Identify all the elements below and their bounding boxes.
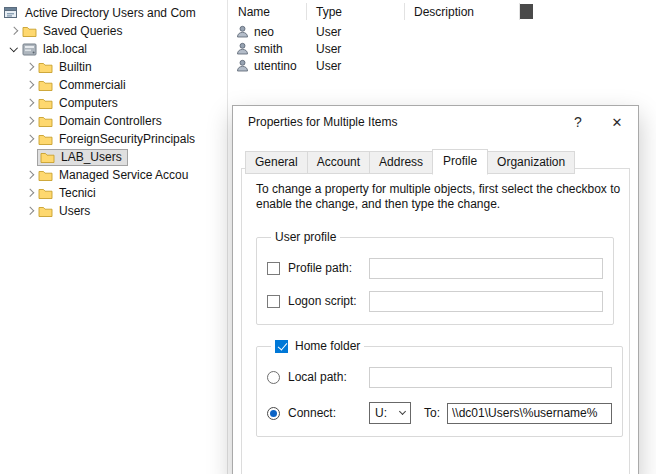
tab-description: To change a property for multiple object… <box>256 182 634 212</box>
folder-icon <box>21 24 37 39</box>
user-icon <box>236 42 250 56</box>
folder-icon <box>37 204 53 219</box>
user-type: User <box>316 59 341 73</box>
folder-icon <box>37 186 53 201</box>
dialog-title: Properties for Multiple Items <box>248 115 397 129</box>
close-button[interactable]: ✕ <box>596 106 638 138</box>
home-folder-checkbox[interactable] <box>275 340 288 353</box>
dialog-titlebar[interactable]: Properties for Multiple Items ? ✕ <box>233 106 638 138</box>
tree-item-users[interactable]: Users <box>0 202 227 220</box>
tree-selection-highlight: LAB_Users <box>37 149 128 166</box>
tree-item-label: LAB_Users <box>59 149 124 165</box>
tree-item-commerciali[interactable]: Commerciali <box>0 76 227 94</box>
folder-icon <box>37 114 53 129</box>
home-folder-group: Home folder Local path: Connect: U: To: <box>256 339 623 437</box>
drive-letter-select[interactable]: U: <box>369 402 411 424</box>
user-type: User <box>316 25 341 39</box>
directory-root-icon <box>3 6 19 21</box>
chevron-down-icon <box>399 408 406 415</box>
home-folder-label: Home folder <box>295 339 360 353</box>
logon-script-input[interactable] <box>369 291 603 312</box>
user-name: smith <box>254 42 283 56</box>
tree-item-label: Builtin <box>57 59 94 75</box>
chevron-right-icon[interactable] <box>22 166 37 184</box>
tab-account[interactable]: Account <box>307 151 370 174</box>
list-row-utentino[interactable]: utentino User <box>229 57 656 74</box>
drive-letter-value: U: <box>375 406 387 420</box>
help-button[interactable]: ? <box>560 106 596 138</box>
profile-tab-page: To change a property for multiple object… <box>241 168 630 474</box>
list-row-smith[interactable]: smith User <box>229 40 656 57</box>
chevron-right-icon[interactable] <box>22 202 37 220</box>
local-path-row: Local path: <box>267 366 612 388</box>
tree-item-foreignsecurityprincipals[interactable]: ForeignSecurityPrincipals <box>0 130 227 148</box>
domain-icon <box>21 42 37 57</box>
column-header-description[interactable]: Description <box>405 3 520 20</box>
home-folder-legend: Home folder <box>271 339 364 353</box>
tab-address[interactable]: Address <box>369 151 433 174</box>
user-profile-group: User profile Profile path: Logon script: <box>256 230 614 325</box>
tree-item-lab-users[interactable]: LAB_Users <box>0 148 227 166</box>
tree-item-label: Tecnici <box>57 185 98 201</box>
chevron-right-icon[interactable] <box>22 94 37 112</box>
user-icon <box>236 25 250 39</box>
header-edge-dark <box>520 4 533 19</box>
profile-path-label: Profile path: <box>288 261 369 275</box>
tree-item-label: Saved Queries <box>41 23 124 39</box>
chevron-right-icon[interactable] <box>6 22 21 40</box>
user-icon <box>236 59 250 73</box>
chevron-right-icon[interactable] <box>22 112 37 130</box>
chevron-right-icon[interactable] <box>22 76 37 94</box>
profile-path-input[interactable] <box>369 258 603 279</box>
tree-item-label: Computers <box>57 95 120 111</box>
aduc-window: Active Directory Users and Com Saved Que… <box>0 0 656 474</box>
user-type: User <box>316 42 341 56</box>
column-header-label: Type <box>316 5 342 19</box>
logon-script-row: Logon script: <box>267 290 603 312</box>
folder-icon <box>37 78 53 93</box>
tree-item-managed-service-accounts[interactable]: Managed Service Accou <box>0 166 227 184</box>
tree-item-root[interactable]: Active Directory Users and Com <box>0 4 227 22</box>
chevron-down-icon[interactable] <box>6 40 21 58</box>
folder-icon <box>37 60 53 75</box>
tree-item-tecnici[interactable]: Tecnici <box>0 184 227 202</box>
tree-item-builtin[interactable]: Builtin <box>0 58 227 76</box>
tree-item-label: Domain Controllers <box>57 113 164 129</box>
tree-item-computers[interactable]: Computers <box>0 94 227 112</box>
local-path-radio[interactable] <box>267 371 280 384</box>
tab-general[interactable]: General <box>245 151 308 174</box>
list-header: Name Type Description <box>229 0 656 23</box>
profile-path-row: Profile path: <box>267 257 603 279</box>
user-name: utentino <box>254 59 297 73</box>
tree-item-saved-queries[interactable]: Saved Queries <box>0 22 227 40</box>
folder-icon <box>37 168 53 183</box>
connect-radio[interactable] <box>267 407 280 420</box>
connect-path-input[interactable] <box>447 403 612 424</box>
column-header-name[interactable]: Name <box>229 3 307 20</box>
local-path-label: Local path: <box>288 370 369 384</box>
tab-profile[interactable]: Profile <box>432 149 488 175</box>
list-row-neo[interactable]: neo User <box>229 23 656 40</box>
tree-item-label: Users <box>57 203 92 219</box>
logon-script-label: Logon script: <box>288 294 369 308</box>
folder-icon <box>39 150 55 165</box>
local-path-input[interactable] <box>369 367 612 388</box>
tree-item-label: Managed Service Accou <box>57 167 190 183</box>
tree-item-lab-local[interactable]: lab.local <box>0 40 227 58</box>
tab-organization[interactable]: Organization <box>487 151 575 174</box>
column-header-type[interactable]: Type <box>307 3 405 20</box>
properties-dialog: Properties for Multiple Items ? ✕ Genera… <box>232 105 639 474</box>
profile-path-checkbox[interactable] <box>267 262 280 275</box>
tree-item-label: Active Directory Users and Com <box>23 5 198 21</box>
folder-icon <box>37 96 53 111</box>
tree-item-label: ForeignSecurityPrincipals <box>57 131 197 147</box>
user-name: neo <box>254 25 274 39</box>
tree-item-domain-controllers[interactable]: Domain Controllers <box>0 112 227 130</box>
logon-script-checkbox[interactable] <box>267 295 280 308</box>
connect-row: Connect: U: To: <box>267 402 612 424</box>
column-header-label: Description <box>414 5 474 19</box>
tree-item-label: Commerciali <box>57 77 128 93</box>
chevron-right-icon[interactable] <box>22 184 37 202</box>
chevron-right-icon[interactable] <box>22 58 37 76</box>
chevron-right-icon[interactable] <box>22 130 37 148</box>
